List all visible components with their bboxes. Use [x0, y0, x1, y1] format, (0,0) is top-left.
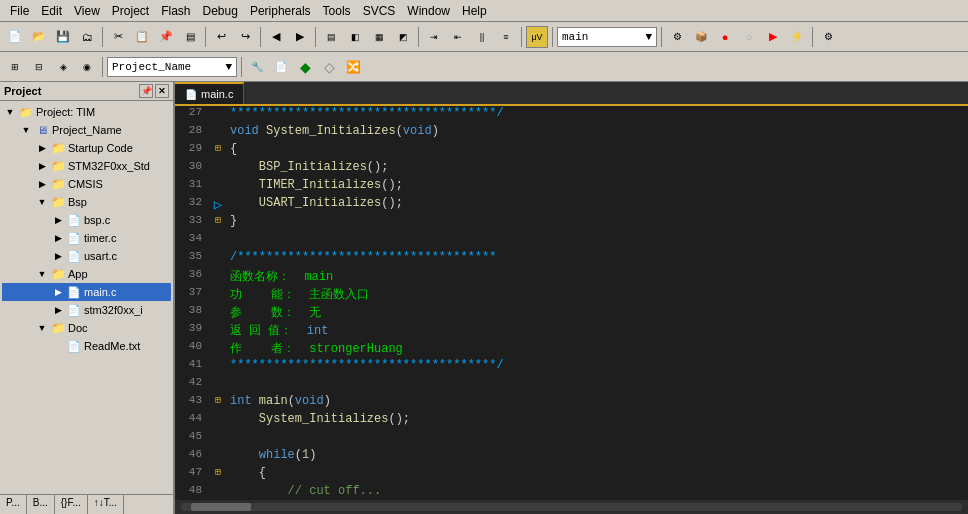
tree-item-cmsis[interactable]: ▶ 📁 CMSIS: [2, 175, 171, 193]
bottom-tab-p[interactable]: P...: [0, 495, 27, 514]
extras-button[interactable]: ⚙: [817, 26, 839, 48]
expand-main-c[interactable]: ▶: [50, 284, 66, 300]
tb2-3[interactable]: ◈: [52, 56, 74, 78]
expand-project-name[interactable]: ▼: [18, 122, 34, 138]
proj-btn1[interactable]: 🔧: [246, 56, 268, 78]
tree-item-startup-code[interactable]: ▶ 📁 Startup Code: [2, 139, 171, 157]
debug-stop-button[interactable]: ●: [714, 26, 736, 48]
main-c-label: main.c: [84, 286, 116, 298]
proj-btn5[interactable]: 🔀: [342, 56, 364, 78]
cut-button[interactable]: ✂: [107, 26, 129, 48]
tree-item-main-c[interactable]: ▶ 📄 main.c: [2, 283, 171, 301]
indent2-button[interactable]: ⇤: [447, 26, 469, 48]
sep3: [260, 27, 261, 47]
save-button[interactable]: 💾: [52, 26, 74, 48]
tb2-1[interactable]: ⊞: [4, 56, 26, 78]
cmsis-label: CMSIS: [68, 178, 103, 190]
debug-run-button[interactable]: ▶: [762, 26, 784, 48]
expand-usart-c[interactable]: ▶: [50, 248, 66, 264]
tb4[interactable]: ▤: [179, 26, 201, 48]
indent3-button[interactable]: ||: [471, 26, 493, 48]
code-line-44: 44 System_Initializes();: [175, 412, 968, 430]
menu-view[interactable]: View: [68, 2, 106, 20]
tree-item-stm32f0xx-std[interactable]: ▶ 📁 STM32F0xx_Std: [2, 157, 171, 175]
menu-tools[interactable]: Tools: [317, 2, 357, 20]
project-tree[interactable]: ▼ 📁 Project: TIM ▼ 🖥 Project_Name ▶ 📁 St…: [0, 101, 173, 494]
tree-item-bsp[interactable]: ▼ 📁 Bsp: [2, 193, 171, 211]
tree-item-doc[interactable]: ▼ 📁 Doc: [2, 319, 171, 337]
project-dropdown[interactable]: Project_Name ▼: [107, 57, 237, 77]
menu-peripherals[interactable]: Peripherals: [244, 2, 317, 20]
menu-project[interactable]: Project: [106, 2, 155, 20]
tb2-4[interactable]: ◉: [76, 56, 98, 78]
tree-item-readme[interactable]: ▶ 📄 ReadMe.txt: [2, 337, 171, 355]
code-content-area[interactable]: 27 *************************************…: [175, 106, 968, 500]
panel-close-button[interactable]: ✕: [155, 84, 169, 98]
proj-btn3[interactable]: ◆: [294, 56, 316, 78]
menu-window[interactable]: Window: [401, 2, 456, 20]
expand-timer-c[interactable]: ▶: [50, 230, 66, 246]
line-num-34: 34: [175, 232, 210, 244]
tree-item-project-name[interactable]: ▼ 🖥 Project_Name: [2, 121, 171, 139]
line-content-38: 参 数： 无: [226, 304, 968, 321]
tree-item-app[interactable]: ▼ 📁 App: [2, 265, 171, 283]
target-dropdown[interactable]: main ▼: [557, 27, 657, 47]
bottom-tab-b[interactable]: B...: [27, 495, 55, 514]
tree-item-timer-c[interactable]: ▶ 📄 timer.c: [2, 229, 171, 247]
menu-edit[interactable]: Edit: [35, 2, 68, 20]
expand-stm32f0xx-std[interactable]: ▶: [34, 158, 50, 174]
expand-bsp[interactable]: ▼: [34, 194, 50, 210]
dropdown-arrow[interactable]: ▼: [645, 31, 652, 43]
tree-item-project-tim[interactable]: ▼ 📁 Project: TIM: [2, 103, 171, 121]
bottom-tab-f[interactable]: {}F...: [55, 495, 88, 514]
save-all-button[interactable]: 🗂: [76, 26, 98, 48]
menu-debug[interactable]: Debug: [197, 2, 244, 20]
menu-help[interactable]: Help: [456, 2, 493, 20]
expand-stm32f0xx-i[interactable]: ▶: [50, 302, 66, 318]
expand-app[interactable]: ▼: [34, 266, 50, 282]
line-content-27: *************************************/: [226, 106, 968, 120]
paste-button[interactable]: 📌: [155, 26, 177, 48]
undo-button[interactable]: ↩: [210, 26, 232, 48]
redo-button[interactable]: ↪: [234, 26, 256, 48]
menu-flash[interactable]: Flash: [155, 2, 196, 20]
main-c-file-icon: 📄: [66, 284, 82, 300]
nav-fwd-button[interactable]: ▶: [289, 26, 311, 48]
debug-connect-button[interactable]: ○: [738, 26, 760, 48]
expand-doc[interactable]: ▼: [34, 320, 50, 336]
build3-button[interactable]: ▦: [368, 26, 390, 48]
copy-button[interactable]: 📋: [131, 26, 153, 48]
proj-btn4[interactable]: ◇: [318, 56, 340, 78]
panel-pin-button[interactable]: 📌: [139, 84, 153, 98]
horizontal-scrollbar[interactable]: [175, 500, 968, 514]
indent1-button[interactable]: ⇥: [423, 26, 445, 48]
line-num-28: 28: [175, 124, 210, 136]
menu-svcs[interactable]: SVCS: [357, 2, 402, 20]
expand-bsp-c[interactable]: ▶: [50, 212, 66, 228]
sep4: [315, 27, 316, 47]
tree-item-stm32f0xx-i[interactable]: ▶ 📄 stm32f0xx_i: [2, 301, 171, 319]
code-line-28: 28 void System_Initializes(void): [175, 124, 968, 142]
options-button[interactable]: ⚙: [666, 26, 688, 48]
menu-file[interactable]: File: [4, 2, 35, 20]
build2-button[interactable]: ◧: [344, 26, 366, 48]
new-file-button[interactable]: 📄: [4, 26, 26, 48]
indent4-button[interactable]: ≡: [495, 26, 517, 48]
dropdown2-arrow[interactable]: ▼: [225, 61, 232, 73]
expand-project-tim[interactable]: ▼: [2, 104, 18, 120]
tb2-2[interactable]: ⊟: [28, 56, 50, 78]
timer-c-file-icon: 📄: [66, 230, 82, 246]
build4-button[interactable]: ◩: [392, 26, 414, 48]
nav-back-button[interactable]: ◀: [265, 26, 287, 48]
open-file-button[interactable]: 📂: [28, 26, 50, 48]
proj-btn2[interactable]: 📄: [270, 56, 292, 78]
expand-startup-code[interactable]: ▶: [34, 140, 50, 156]
expand-cmsis[interactable]: ▶: [34, 176, 50, 192]
tab-main-c[interactable]: 📄 main.c: [175, 82, 244, 104]
debug-step-button[interactable]: ⚡: [786, 26, 808, 48]
bottom-tab-t[interactable]: ↑↓T...: [88, 495, 124, 514]
manage-button[interactable]: 📦: [690, 26, 712, 48]
tree-item-bsp-c[interactable]: ▶ 📄 bsp.c: [2, 211, 171, 229]
build1-button[interactable]: ▤: [320, 26, 342, 48]
tree-item-usart-c[interactable]: ▶ 📄 usart.c: [2, 247, 171, 265]
